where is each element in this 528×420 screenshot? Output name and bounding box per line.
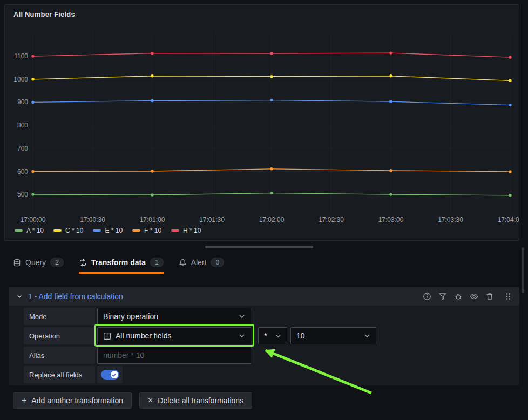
chevron-down-icon bbox=[364, 333, 370, 339]
toggle-on bbox=[101, 370, 119, 380]
svg-text:17:02:30: 17:02:30 bbox=[319, 216, 344, 223]
legend-item[interactable]: E * 10 bbox=[93, 227, 123, 234]
svg-text:17:01:30: 17:01:30 bbox=[199, 216, 225, 223]
vertical-scrollbar[interactable] bbox=[522, 247, 524, 293]
transformation-header[interactable]: 1 - Add field from calculation bbox=[9, 287, 519, 306]
operator-value: * bbox=[264, 331, 267, 340]
chevron-down-icon[interactable] bbox=[16, 293, 23, 300]
operand-value: 10 bbox=[296, 331, 305, 340]
mode-label: Mode bbox=[24, 308, 95, 325]
legend-swatch bbox=[171, 229, 179, 232]
legend-item[interactable]: F * 10 bbox=[132, 227, 161, 234]
operation-row: Operation All number fields * bbox=[24, 327, 376, 344]
transformation-footer-actions: + Add another transformation × Delete al… bbox=[13, 392, 252, 409]
operation-left-select[interactable]: All number fields bbox=[97, 327, 251, 344]
alias-input[interactable] bbox=[97, 347, 251, 364]
tab-badge: 1 bbox=[150, 258, 164, 267]
alias-row: Alias bbox=[24, 347, 251, 364]
toggle-knob bbox=[111, 371, 118, 378]
svg-text:17:00:30: 17:00:30 bbox=[80, 216, 105, 223]
grid-icon bbox=[103, 332, 111, 340]
svg-text:1000: 1000 bbox=[13, 76, 28, 83]
chevron-down-icon bbox=[239, 313, 245, 320]
legend-label: F * 10 bbox=[144, 227, 161, 234]
operation-label: Operation bbox=[24, 327, 95, 344]
plus-icon: + bbox=[22, 396, 26, 405]
transformation-actions bbox=[423, 292, 512, 301]
trash-icon[interactable] bbox=[485, 292, 494, 301]
bell-icon bbox=[179, 259, 187, 267]
legend-swatch bbox=[93, 229, 101, 232]
svg-text:600: 600 bbox=[17, 168, 28, 175]
close-icon: × bbox=[148, 396, 153, 405]
drag-handle-icon[interactable] bbox=[504, 292, 512, 301]
eye-icon[interactable] bbox=[470, 292, 478, 301]
svg-text:17:02:00: 17:02:00 bbox=[259, 216, 285, 223]
add-transformation-button[interactable]: + Add another transformation bbox=[13, 392, 132, 409]
info-icon[interactable] bbox=[423, 292, 431, 301]
mode-row: Mode Binary operation bbox=[24, 308, 251, 325]
panel-editor-tabs: Query 2 Transform data 1 A bbox=[13, 258, 224, 274]
alias-label: Alias bbox=[24, 347, 95, 364]
tab-badge: 0 bbox=[211, 258, 224, 267]
legend-item[interactable]: H * 10 bbox=[171, 227, 201, 234]
svg-text:17:03:00: 17:03:00 bbox=[378, 216, 404, 223]
svg-text:500: 500 bbox=[17, 191, 28, 198]
chevron-down-icon bbox=[275, 333, 281, 339]
legend-swatch bbox=[53, 229, 62, 232]
legend-label: C * 10 bbox=[65, 227, 83, 234]
panel-title[interactable]: All Number Fields bbox=[13, 10, 75, 18]
operand-value-select[interactable]: 10 bbox=[290, 327, 376, 344]
mode-select[interactable]: Binary operation bbox=[97, 308, 251, 325]
replace-all-fields-row: Replace all fields bbox=[24, 366, 123, 383]
delete-all-transformations-button[interactable]: × Delete all transformations bbox=[139, 392, 252, 409]
database-icon bbox=[13, 259, 21, 267]
transformation-editor: 1 - Add field from calculation bbox=[9, 287, 519, 385]
legend-item[interactable]: C * 10 bbox=[53, 227, 83, 234]
replace-all-fields-toggle[interactable] bbox=[97, 366, 123, 383]
svg-text:17:00:00: 17:00:00 bbox=[21, 216, 46, 223]
tab-transform-data[interactable]: Transform data 1 bbox=[79, 258, 164, 274]
svg-text:17:01:00: 17:01:00 bbox=[140, 216, 165, 223]
delete-all-transformations-label: Delete all transformations bbox=[158, 396, 243, 405]
transformation-title[interactable]: 1 - Add field from calculation bbox=[28, 292, 123, 301]
legend-item[interactable]: A * 10 bbox=[15, 227, 44, 234]
svg-text:900: 900 bbox=[17, 98, 28, 106]
legend-swatch bbox=[15, 229, 23, 232]
tab-label: Alert bbox=[191, 258, 207, 267]
legend-swatch bbox=[132, 229, 140, 232]
timeseries-chart: 5006007008009001000110017:00:0017:00:301… bbox=[5, 5, 519, 224]
legend-label: E * 10 bbox=[105, 227, 123, 234]
horizontal-scrollbar[interactable] bbox=[205, 246, 313, 248]
tab-label: Query bbox=[25, 258, 46, 267]
svg-text:800: 800 bbox=[17, 121, 28, 129]
add-transformation-label: Add another transformation bbox=[31, 396, 123, 405]
transform-icon bbox=[79, 259, 87, 267]
tab-badge: 2 bbox=[50, 258, 64, 267]
operation-left-value: All number fields bbox=[116, 331, 172, 340]
replace-all-fields-label: Replace all fields bbox=[24, 366, 95, 383]
tab-label: Transform data bbox=[91, 258, 146, 267]
chevron-down-icon bbox=[239, 333, 245, 339]
legend-label: A * 10 bbox=[26, 227, 44, 234]
debug-icon[interactable] bbox=[454, 292, 463, 301]
svg-text:1100: 1100 bbox=[14, 52, 28, 60]
svg-text:700: 700 bbox=[17, 145, 28, 152]
svg-text:17:04:00: 17:04:00 bbox=[498, 216, 519, 223]
tab-alert[interactable]: Alert 0 bbox=[179, 258, 224, 274]
grafana-panel-edit-view: All Number Fields 5006007008009001000110… bbox=[0, 0, 528, 420]
tab-query[interactable]: Query 2 bbox=[13, 258, 64, 274]
mode-select-value: Binary operation bbox=[103, 312, 158, 321]
chart-legend: A * 10C * 10E * 10F * 10H * 10 bbox=[15, 227, 201, 234]
svg-text:17:03:30: 17:03:30 bbox=[438, 216, 463, 223]
operator-select[interactable]: * bbox=[258, 327, 287, 344]
timeseries-panel: All Number Fields 5006007008009001000110… bbox=[4, 4, 519, 241]
filter-icon[interactable] bbox=[438, 292, 447, 301]
legend-label: H * 10 bbox=[183, 227, 201, 234]
